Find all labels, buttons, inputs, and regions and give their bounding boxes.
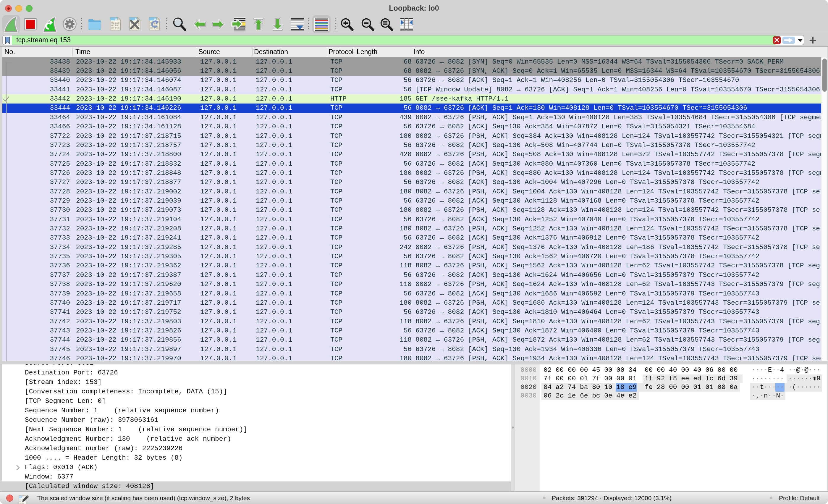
svg-text:0111: 0111 [19,502,24,504]
svg-text:01110: 01110 [111,27,120,30]
